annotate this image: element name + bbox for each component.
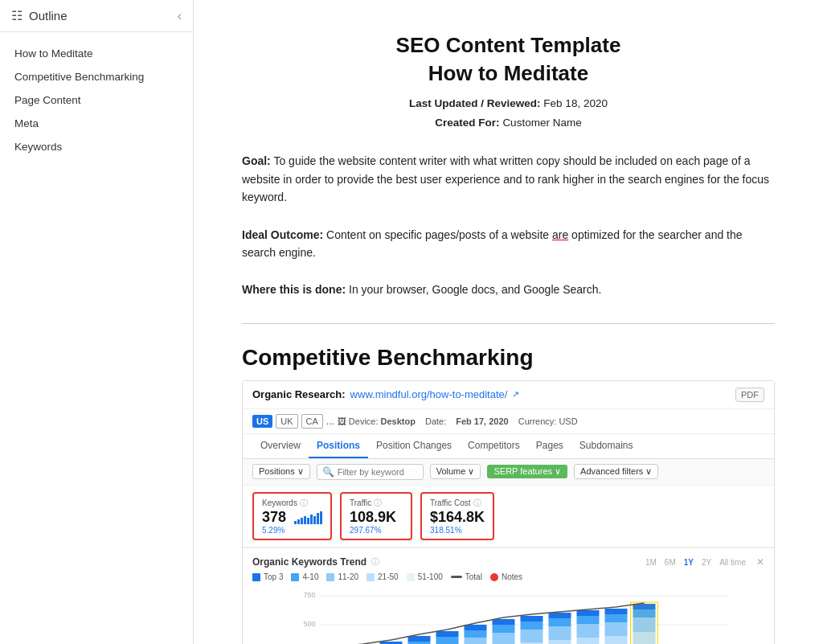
keywords-metric-label: Keywords ⓘ (262, 498, 322, 509)
device-value[interactable]: Desktop (381, 416, 416, 426)
chart-title-row: Organic Keywords Trend ⓘ 1M 6M 1Y 2Y All… (252, 556, 764, 568)
tab-subdomains[interactable]: Subdomains (571, 434, 641, 458)
time-all[interactable]: All time (717, 557, 748, 568)
svg-rect-23 (408, 636, 431, 642)
legend-notes-label: Notes (502, 572, 522, 581)
time-2y[interactable]: 2Y (699, 557, 714, 568)
svg-rect-40 (549, 640, 571, 644)
svg-rect-29 (465, 638, 487, 644)
tab-pages[interactable]: Pages (528, 434, 571, 458)
document-meta: Last Updated / Reviewed: Feb 18, 2020 Cr… (242, 94, 775, 133)
volume-filter-button[interactable]: Volume ∨ (430, 464, 481, 479)
traffic-change: 297.67% (350, 526, 403, 535)
sidebar-item-meta[interactable]: Meta (0, 112, 193, 135)
time-6m[interactable]: 6M (662, 557, 678, 568)
created-for-value: Customer Name (502, 117, 581, 129)
svg-rect-44 (577, 638, 600, 644)
legend-total-label: Total (465, 572, 482, 581)
svg-rect-30 (465, 630, 487, 638)
svg-rect-50 (605, 614, 628, 622)
collapse-sidebar-button[interactable]: ‹ (178, 9, 182, 23)
traffic-cost-metric-label: Traffic Cost ⓘ (430, 498, 485, 509)
sidebar-item-page-content[interactable]: Page Content (0, 88, 193, 112)
sidebar-item-how-to-meditate[interactable]: How to Meditate (0, 42, 193, 65)
document-title-line2: How to Meditate (242, 61, 775, 86)
legend-notes-dot (490, 573, 498, 581)
tab-competitors[interactable]: Competitors (460, 434, 528, 458)
svg-text:750: 750 (304, 591, 316, 599)
flag-more[interactable]: ... (326, 416, 334, 427)
traffic-metric-label: Traffic ⓘ (350, 498, 403, 509)
svg-rect-46 (577, 616, 600, 624)
sidebar-item-competitive-benchmarking[interactable]: Competitive Benchmarking (0, 65, 193, 88)
where-done-section: Where this is done: In your browser, Goo… (242, 281, 775, 298)
legend-total: Total (451, 572, 482, 581)
chart-title: Organic Keywords Trend (252, 556, 366, 568)
chart-svg-wrapper: 750 500 250 0 (252, 588, 764, 644)
sidebar-title-wrap: ☷ Outline (11, 8, 68, 23)
positions-filter-button[interactable]: Positions ∨ (252, 464, 310, 479)
flag-ca[interactable]: CA (301, 414, 323, 429)
traffic-metric-box: Traffic ⓘ 108.9K 297.67% (340, 492, 412, 541)
ideal-underline-word: are (552, 228, 568, 241)
advanced-filters-button[interactable]: Advanced filters ∨ (574, 464, 658, 479)
where-text: In your browser, Google docs, and Google… (349, 283, 601, 296)
legend-51-100-label: 51-100 (418, 572, 443, 581)
pdf-button[interactable]: PDF (735, 388, 764, 402)
semrush-header-left: Organic Research: www.mindful.org/how-to… (252, 388, 519, 400)
organic-research-label: Organic Research: (252, 388, 346, 400)
traffic-value: 108.9K (350, 509, 396, 525)
legend-4-10-dot (291, 573, 299, 581)
tab-positions[interactable]: Positions (309, 434, 368, 458)
chart-close-button[interactable]: ✕ (756, 556, 764, 568)
time-1m[interactable]: 1M (643, 557, 659, 568)
svg-rect-48 (605, 636, 628, 644)
goal-label: Goal: (242, 154, 271, 167)
svg-rect-56 (631, 602, 658, 644)
semrush-flags-row: US UK CA ... 🖼 Device: Desktop Date: Feb… (243, 409, 774, 434)
svg-rect-45 (577, 624, 600, 638)
traffic-cost-label-text: Traffic Cost (430, 498, 471, 507)
svg-rect-33 (493, 633, 515, 644)
where-label: Where this is done: (242, 283, 346, 296)
benchmarking-heading: Competitive Benchmarking (242, 345, 775, 371)
flag-uk[interactable]: UK (276, 414, 297, 429)
traffic-cost-metric-box: Traffic Cost ⓘ $164.8K 318.51% (420, 492, 494, 541)
svg-rect-35 (493, 619, 515, 625)
svg-rect-47 (577, 610, 600, 616)
flag-us[interactable]: US (252, 415, 272, 428)
svg-rect-43 (549, 613, 571, 618)
organic-research-url[interactable]: www.mindful.org/how-to-meditate/ (350, 388, 508, 400)
time-1y[interactable]: 1Y (682, 557, 696, 568)
tab-position-changes[interactable]: Position Changes (368, 434, 460, 458)
device-date: 🖼 Device: Desktop Date: Feb 17, 2020 Cur… (338, 416, 578, 426)
svg-rect-39 (521, 616, 543, 621)
svg-rect-51 (605, 609, 628, 614)
ideal-text-before: Content on specific pages/posts of a web… (326, 228, 552, 241)
svg-rect-27 (436, 631, 459, 637)
goal-text: To guide the website content writer with… (242, 154, 769, 203)
keywords-label-text: Keywords (262, 498, 297, 507)
legend-top3: Top 3 (252, 572, 283, 581)
legend-11-20-label: 11-20 (338, 572, 358, 581)
legend-4-10: 4-10 (291, 572, 318, 581)
keyword-filter-input[interactable] (338, 467, 418, 477)
traffic-cost-info-icon: ⓘ (473, 498, 481, 509)
organic-keywords-chart: 750 500 250 0 (252, 588, 764, 644)
semrush-card: Organic Research: www.mindful.org/how-to… (242, 380, 775, 644)
semrush-filters-row: Positions ∨ 🔍 Volume ∨ SERP features ∨ A… (243, 459, 774, 486)
legend-top3-label: Top 3 (264, 572, 283, 581)
document-title-line1: SEO Content Template (242, 32, 775, 59)
keyword-search-box: 🔍 (317, 464, 424, 480)
date-label: Date: (425, 416, 446, 426)
serp-features-button[interactable]: SERP features ∨ (487, 465, 567, 478)
tab-overview[interactable]: Overview (252, 434, 309, 458)
sidebar-item-keywords[interactable]: Keywords (0, 135, 193, 158)
sidebar-title: Outline (29, 9, 68, 23)
sidebar-nav: How to Meditate Competitive Benchmarking… (0, 32, 193, 168)
legend-21-50: 21-50 (366, 572, 399, 581)
traffic-cost-value: $164.8K (430, 509, 485, 525)
search-icon: 🔍 (322, 466, 334, 478)
date-value[interactable]: Feb 17, 2020 (456, 416, 508, 426)
svg-rect-42 (549, 618, 571, 626)
